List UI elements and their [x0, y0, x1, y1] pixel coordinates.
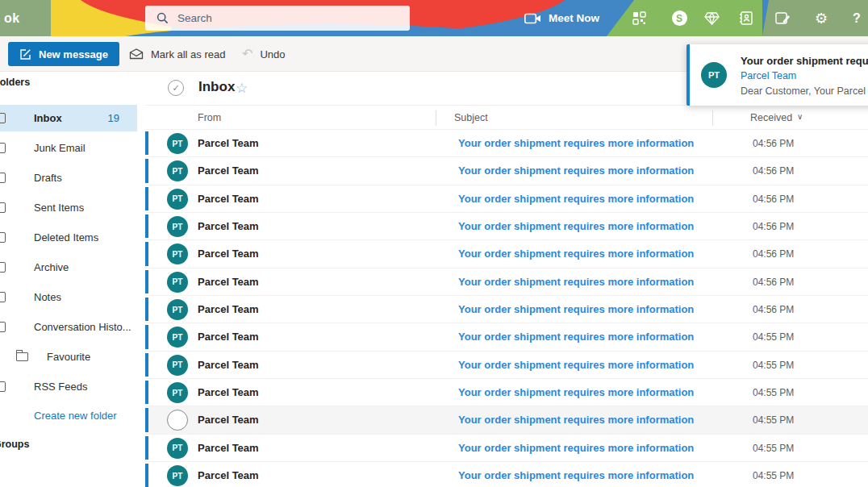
mark-all-as-read-button[interactable]: Mark all as read: [129, 36, 225, 72]
received-time: 04:55 PM: [753, 414, 794, 426]
select-all-checkbox[interactable]: ✓: [168, 80, 184, 96]
search-input[interactable]: Search: [145, 6, 410, 31]
create-new-folder-link[interactable]: Create new folder: [34, 410, 117, 422]
envelope-icon: [129, 48, 144, 60]
email-subject[interactable]: Your order shipment requires more inform…: [458, 248, 694, 260]
favorite-star-icon[interactable]: ☆: [236, 80, 248, 97]
sender-avatar[interactable]: PT: [167, 299, 188, 320]
email-subject[interactable]: Your order shipment requires more inform…: [458, 137, 694, 149]
sidebar-item-archive[interactable]: Archive: [0, 254, 145, 281]
received-time: 04:56 PM: [753, 304, 794, 315]
folder-item-label: Inbox: [34, 112, 62, 124]
email-row[interactable]: PT Parcel Team Your order shipment requi…: [145, 213, 868, 240]
sender-avatar[interactable]: PT: [167, 438, 188, 459]
email-subject[interactable]: Your order shipment requires more inform…: [458, 303, 694, 315]
email-row[interactable]: Parcel Team Your order shipment requires…: [145, 406, 868, 434]
toast-body-preview: Dear Customer, Your Parcel U: [741, 85, 868, 97]
sidebar-item-deleted-items[interactable]: Deleted Items: [0, 224, 145, 251]
sidebar-item-sent-items[interactable]: Sent Items: [0, 194, 145, 221]
email-subject[interactable]: Your order shipment requires more inform…: [458, 164, 694, 177]
sender-avatar[interactable]: PT: [167, 244, 188, 264]
email-row[interactable]: PT Parcel Team Your order shipment requi…: [145, 185, 868, 213]
sidebar-item-inbox[interactable]: Inbox 19: [0, 105, 137, 131]
column-divider: [436, 110, 436, 126]
unread-indicator: [145, 353, 148, 377]
email-subject[interactable]: Your order shipment requires more inform…: [458, 469, 694, 481]
unread-indicator: [145, 408, 148, 431]
help-icon[interactable]: ?: [846, 0, 867, 36]
app-grid-icon[interactable]: [629, 0, 650, 36]
column-subject[interactable]: Subject: [454, 112, 488, 123]
email-row[interactable]: PT Parcel Team Your order shipment requi…: [145, 323, 868, 351]
sender-name: Parcel Team: [198, 386, 259, 398]
meet-now-button[interactable]: Meet Now: [524, 0, 599, 36]
column-received-sort[interactable]: Received: [750, 112, 792, 123]
email-row[interactable]: PT Parcel Team Your order shipment requi…: [145, 268, 868, 296]
sender-avatar[interactable]: PT: [167, 382, 188, 403]
folders-section-header[interactable]: Folders: [0, 77, 30, 88]
todo-icon[interactable]: [772, 0, 793, 36]
chevron-down-icon[interactable]: ∨: [797, 112, 803, 121]
folder-item-label: Favourite: [47, 351, 90, 363]
email-subject[interactable]: Your order shipment requires more inform…: [458, 220, 694, 232]
sender-avatar[interactable]: PT: [167, 189, 188, 210]
search-icon: [156, 12, 169, 24]
email-subject[interactable]: Your order shipment requires more inform…: [458, 386, 694, 398]
sender-avatar[interactable]: PT: [167, 133, 188, 154]
email-subject[interactable]: Your order shipment requires more inform…: [458, 414, 694, 426]
sidebar-item-drafts[interactable]: Drafts: [0, 164, 145, 191]
video-camera-icon: [524, 13, 541, 24]
unread-indicator: [145, 464, 148, 487]
groups-section-header[interactable]: Groups: [0, 439, 29, 450]
email-row[interactable]: PT Parcel Team Your order shipment requi…: [145, 296, 868, 323]
email-row[interactable]: PT Parcel Team Your order shipment requi…: [145, 157, 868, 185]
email-rows-container: PT Parcel Team Your order shipment requi…: [145, 130, 868, 487]
sidebar-item-conversation-histo[interactable]: Conversation Histo...: [0, 314, 145, 340]
email-row[interactable]: PT Parcel Team Your order shipment requi…: [145, 240, 868, 268]
skype-icon[interactable]: S: [669, 0, 690, 36]
meet-now-label: Meet Now: [549, 12, 599, 24]
email-subject[interactable]: Your order shipment requires more inform…: [458, 442, 694, 454]
email-subject[interactable]: Your order shipment requires more inform…: [458, 193, 694, 205]
email-subject[interactable]: Your order shipment requires more inform…: [458, 276, 694, 288]
unread-indicator: [145, 436, 148, 460]
folder-item-label: Archive: [34, 261, 69, 273]
folder-item-label: RSS Feeds: [34, 381, 87, 393]
row-select-circle[interactable]: [167, 410, 188, 431]
email-row[interactable]: PT Parcel Team Your order shipment requi…: [145, 379, 868, 406]
sidebar-item-rss-feeds[interactable]: RSS Feeds: [0, 373, 145, 400]
column-from[interactable]: From: [198, 112, 221, 123]
email-row[interactable]: PT Parcel Team Your order shipment requi…: [145, 462, 868, 487]
email-row[interactable]: PT Parcel Team Your order shipment requi…: [145, 435, 868, 462]
sender-name: Parcel Team: [198, 414, 259, 426]
undo-button[interactable]: ↷ Undo: [242, 36, 285, 72]
email-subject[interactable]: Your order shipment requires more inform…: [458, 331, 694, 343]
settings-gear-icon[interactable]: ⚙: [811, 0, 832, 36]
folder-item-label: Deleted Items: [34, 231, 98, 244]
sender-avatar[interactable]: PT: [167, 216, 188, 237]
undo-icon: ↷: [242, 48, 252, 60]
email-row[interactable]: PT Parcel Team Your order shipment requi…: [145, 130, 868, 157]
unread-indicator: [145, 325, 148, 348]
sender-avatar[interactable]: PT: [167, 465, 188, 486]
gem-icon[interactable]: [701, 0, 722, 36]
sender-name: Parcel Team: [198, 220, 259, 232]
email-subject[interactable]: Your order shipment requires more inform…: [458, 359, 694, 371]
sender-avatar[interactable]: PT: [167, 355, 188, 376]
new-message-button[interactable]: New message: [8, 42, 119, 66]
sidebar-item-notes[interactable]: Notes: [0, 284, 145, 310]
email-row[interactable]: PT Parcel Team Your order shipment requi…: [145, 352, 868, 379]
new-mail-notification-toast[interactable]: PT Your order shipment requires more inf…: [686, 44, 868, 106]
sender-avatar[interactable]: PT: [167, 160, 188, 181]
sender-name: Parcel Team: [198, 359, 259, 371]
undo-label: Undo: [260, 48, 285, 60]
sidebar-item-favourite[interactable]: Favourite: [0, 343, 145, 370]
sender-avatar[interactable]: PT: [167, 327, 188, 348]
folder-item-icon: [0, 232, 10, 244]
sender-avatar[interactable]: PT: [167, 272, 188, 293]
toast-sender-name[interactable]: Parcel Team: [741, 70, 796, 81]
address-book-icon[interactable]: [736, 0, 757, 36]
sender-name: Parcel Team: [198, 164, 259, 177]
mailbox-title: Inbox: [198, 79, 235, 95]
sidebar-item-junk-email[interactable]: Junk Email: [0, 135, 145, 161]
